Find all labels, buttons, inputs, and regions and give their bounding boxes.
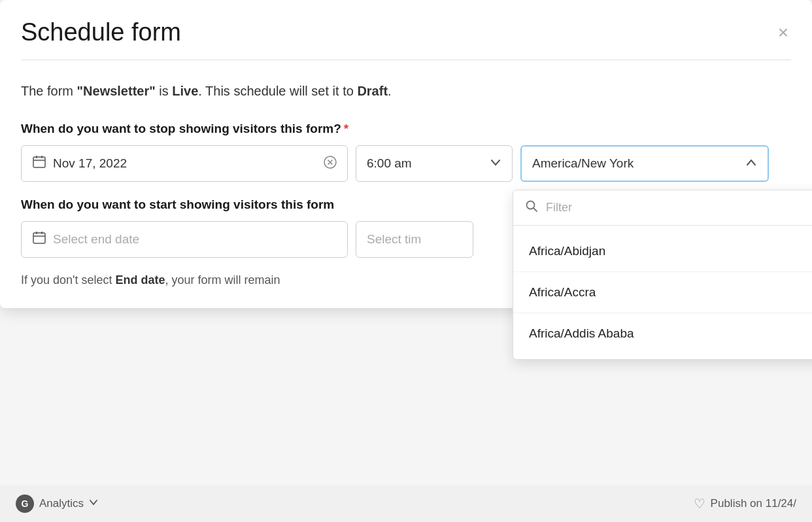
calendar-icon bbox=[32, 154, 46, 173]
live-status: Live bbox=[172, 84, 198, 98]
svg-rect-9 bbox=[33, 233, 45, 243]
analytics-icon: G bbox=[16, 495, 34, 513]
start-time-select[interactable]: Select tim bbox=[356, 221, 473, 258]
stop-section-label: When do you want to stop showing visitor… bbox=[21, 122, 791, 136]
description-text: The form "Newsletter" is Live. This sche… bbox=[21, 81, 791, 101]
draft-status: Draft bbox=[357, 84, 388, 98]
time-chevron-down-icon bbox=[490, 156, 501, 171]
filter-search-icon bbox=[525, 200, 538, 216]
modal-title: Schedule form bbox=[21, 18, 181, 46]
modal-body: The form "Newsletter" is Live. This sche… bbox=[0, 60, 812, 308]
timezone-select[interactable]: America/New York bbox=[520, 145, 769, 182]
bottom-bar: G Analytics ♡ Publish on 11/24/ bbox=[0, 485, 812, 522]
hint-bold: End date bbox=[116, 273, 165, 287]
publish-label[interactable]: Publish on 11/24/ bbox=[711, 497, 796, 510]
analytics-chevron-icon bbox=[89, 497, 98, 510]
modal-backdrop: Schedule form × The form "Newsletter" is… bbox=[0, 0, 812, 522]
required-indicator: * bbox=[344, 122, 348, 135]
timezone-list: Africa/Abidjan Africa/Accra Africa/Addis… bbox=[513, 226, 812, 359]
analytics-section: G Analytics bbox=[16, 495, 98, 513]
stop-date-row: Nov 17, 2022 6:00 am bbox=[21, 145, 791, 182]
analytics-label[interactable]: Analytics bbox=[39, 497, 84, 510]
timezone-chevron-up-icon bbox=[745, 156, 757, 171]
form-name: "Newsletter" bbox=[77, 84, 156, 98]
start-calendar-icon bbox=[32, 230, 46, 249]
stop-time-select[interactable]: 6:00 am bbox=[356, 145, 513, 182]
svg-rect-0 bbox=[33, 157, 45, 167]
stop-time-value: 6:00 am bbox=[367, 156, 412, 171]
start-date-placeholder: Select end date bbox=[53, 232, 139, 247]
start-time-placeholder: Select tim bbox=[367, 232, 421, 247]
clear-date-icon[interactable] bbox=[324, 156, 337, 172]
start-date-input[interactable]: Select end date bbox=[21, 221, 348, 258]
dropdown-filter-row bbox=[513, 190, 812, 226]
svg-line-8 bbox=[534, 209, 537, 212]
timezone-item-addis-ababa[interactable]: Africa/Addis Ababa bbox=[513, 313, 812, 354]
timezone-dropdown: Africa/Abidjan Africa/Accra Africa/Addis… bbox=[513, 190, 812, 360]
publish-section: ♡ Publish on 11/24/ bbox=[694, 496, 796, 512]
filter-input[interactable] bbox=[546, 201, 812, 215]
timezone-item-accra[interactable]: Africa/Accra bbox=[513, 271, 812, 313]
stop-date-input[interactable]: Nov 17, 2022 bbox=[21, 145, 348, 182]
heart-icon: ♡ bbox=[694, 496, 705, 512]
stop-date-value: Nov 17, 2022 bbox=[53, 156, 127, 171]
timezone-value: America/New York bbox=[532, 156, 634, 171]
schedule-form-modal: Schedule form × The form "Newsletter" is… bbox=[0, 0, 812, 308]
svg-point-7 bbox=[527, 201, 535, 209]
close-button[interactable]: × bbox=[775, 21, 791, 44]
modal-header: Schedule form × bbox=[0, 0, 812, 60]
timezone-item-abidjan[interactable]: Africa/Abidjan bbox=[513, 231, 812, 271]
